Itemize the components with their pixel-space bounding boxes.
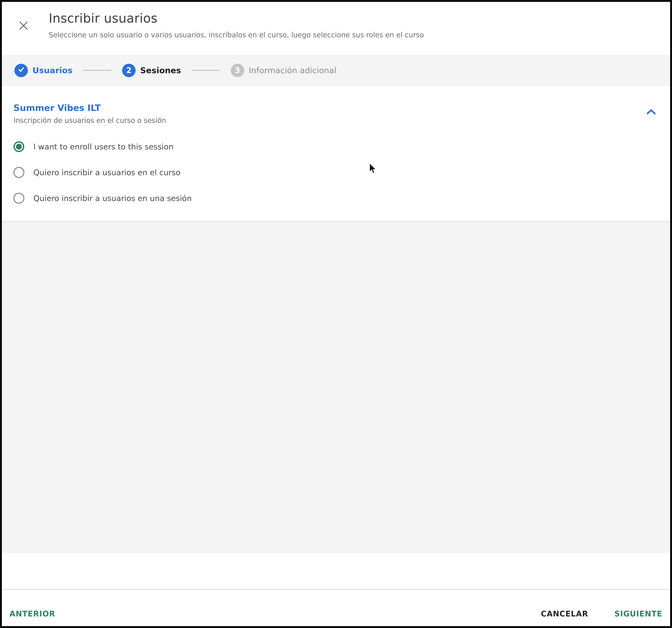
modal-footer: ANTERIOR CANCELAR SIGUIENTE xyxy=(2,589,670,626)
header-text: Inscribir usuarios Seleccione un solo us… xyxy=(49,11,424,39)
radio-option-label: Quiero inscribir a usuarios en una sesió… xyxy=(33,194,192,203)
modal-header: Inscribir usuarios Seleccione un solo us… xyxy=(2,2,670,55)
step3-circle: 3 xyxy=(231,64,244,77)
step-connector xyxy=(83,70,112,71)
close-icon xyxy=(18,20,29,31)
bottom-spacer xyxy=(2,553,670,589)
step-connector xyxy=(192,70,220,71)
radio-unselected-icon xyxy=(14,193,24,204)
radio-option-label: Quiero inscribir a usuarios en el curso xyxy=(33,168,181,177)
radio-option-enroll-session[interactable]: I want to enroll users to this session xyxy=(14,141,670,152)
previous-button[interactable]: ANTERIOR xyxy=(9,609,55,618)
step2-label: Sesiones xyxy=(140,66,181,75)
step1-label: Usuarios xyxy=(32,66,72,75)
step-informacion-adicional[interactable]: 3 Información adicional xyxy=(231,64,336,77)
enroll-users-modal: Inscribir usuarios Seleccione un solo us… xyxy=(0,0,672,628)
collapse-section-button[interactable] xyxy=(645,108,657,116)
footer-actions: CANCELAR SIGUIENTE xyxy=(541,609,662,618)
radio-option-enroll-course[interactable]: Quiero inscribir a usuarios en el curso xyxy=(14,167,670,178)
radio-unselected-icon xyxy=(14,167,24,178)
empty-content-area xyxy=(2,221,670,553)
chevron-up-icon xyxy=(645,108,657,116)
step2-circle: 2 xyxy=(122,64,136,77)
course-subtitle: Inscripción de usuarios en el curso o se… xyxy=(14,116,670,125)
wizard-stepper: Usuarios 2 Sesiones 3 Información adicio… xyxy=(2,55,670,86)
page-title: Inscribir usuarios xyxy=(49,11,424,26)
cancel-button[interactable]: CANCELAR xyxy=(541,609,588,618)
step-sesiones[interactable]: 2 Sesiones xyxy=(122,64,181,77)
radio-option-label: I want to enroll users to this session xyxy=(33,142,173,151)
page-subtitle: Seleccione un solo usuario o varios usua… xyxy=(49,31,424,39)
enroll-mode-radio-group: I want to enroll users to this session Q… xyxy=(14,141,670,204)
check-icon xyxy=(18,66,25,75)
step-usuarios[interactable]: Usuarios xyxy=(15,64,72,77)
close-button[interactable] xyxy=(18,20,29,31)
session-options-panel: Summer Vibes ILT Inscripción de usuarios… xyxy=(2,86,670,221)
step1-circle xyxy=(15,64,28,77)
step3-label: Información adicional xyxy=(249,66,336,75)
next-button[interactable]: SIGUIENTE xyxy=(614,609,662,618)
radio-option-enroll-a-session[interactable]: Quiero inscribir a usuarios en una sesió… xyxy=(14,193,670,204)
radio-selected-icon xyxy=(14,141,24,152)
course-title-link[interactable]: Summer Vibes ILT xyxy=(14,103,101,113)
